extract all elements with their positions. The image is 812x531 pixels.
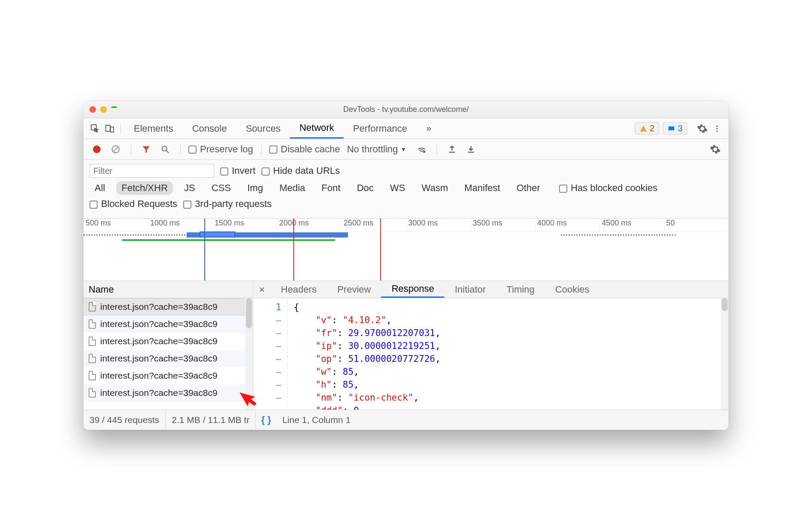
svg-point-5 — [716, 128, 717, 129]
detail-tab-timing[interactable]: Timing — [496, 281, 545, 298]
filter-type-fetch-xhr[interactable]: Fetch/XHR — [116, 181, 173, 195]
timeline-tick: 1500 ms — [212, 219, 277, 231]
request-name: interest.json?cache=39ac8c9 — [100, 302, 218, 312]
request-row[interactable]: interest.json?cache=39ac8c9 — [83, 367, 253, 384]
tab-performance[interactable]: Performance — [344, 118, 417, 139]
filter-type-wasm[interactable]: Wasm — [416, 181, 453, 195]
disable-cache-checkbox[interactable]: Disable cache — [269, 144, 340, 155]
invert-checkbox[interactable]: Invert — [220, 165, 255, 176]
svg-point-11 — [424, 151, 425, 152]
pretty-print-button[interactable]: { } — [256, 414, 276, 426]
request-name: interest.json?cache=39ac8c9 — [100, 370, 218, 381]
blocked-requests-checkbox[interactable]: Blocked Requests — [89, 198, 177, 210]
svg-point-6 — [716, 130, 717, 132]
third-party-checkbox[interactable]: 3rd-party requests — [183, 198, 272, 210]
inspect-element-icon[interactable] — [88, 121, 102, 136]
export-har-icon[interactable] — [464, 142, 478, 157]
devtools-window: DevTools - tv.youtube.com/welcome/ Eleme… — [83, 101, 729, 430]
search-icon[interactable] — [158, 142, 172, 157]
timeline-tick: 2500 ms — [341, 219, 406, 231]
detail-tab-cookies[interactable]: Cookies — [545, 281, 600, 298]
import-har-icon[interactable] — [445, 142, 459, 157]
file-icon — [89, 354, 96, 363]
transfer-size: 2.1 MB / 11.1 MB tr — [166, 410, 256, 430]
timeline-tick: 3000 ms — [406, 219, 471, 231]
timeline-tick: 4500 ms — [600, 219, 664, 231]
filter-input[interactable] — [89, 164, 214, 178]
filter-type-manifest[interactable]: Manifest — [459, 181, 505, 195]
settings-icon[interactable] — [695, 121, 710, 136]
request-count: 39 / 445 requests — [83, 410, 166, 430]
timeline-tick: 500 ms — [83, 219, 148, 231]
response-body: { "v": "4.10.2", "fr": 29.9700012207031,… — [288, 298, 729, 410]
messages-badge[interactable]: 3 — [663, 122, 687, 135]
svg-point-9 — [162, 146, 167, 151]
filter-icon[interactable] — [139, 142, 154, 157]
device-toolbar-icon[interactable] — [102, 121, 117, 136]
network-conditions-icon[interactable] — [414, 142, 429, 157]
tab-console[interactable]: Console — [183, 118, 237, 139]
request-row[interactable]: interest.json?cache=39ac8c9 — [83, 298, 253, 315]
title-bar: DevTools - tv.youtube.com/welcome/ — [83, 101, 729, 118]
timeline-tick: 3500 ms — [471, 219, 535, 231]
timeline-tick: 4000 ms — [535, 219, 600, 231]
network-toolbar: Preserve log Disable cache No throttling… — [83, 139, 729, 160]
record-button[interactable] — [89, 142, 104, 157]
close-icon[interactable]: × — [253, 284, 271, 296]
response-viewer[interactable]: 1–––––––– { "v": "4.10.2", "fr": 29.9700… — [253, 298, 729, 410]
detail-tab-initiator[interactable]: Initiator — [444, 281, 496, 298]
filter-type-css[interactable]: CSS — [206, 181, 236, 195]
svg-rect-2 — [111, 127, 114, 132]
cursor-position: Line 1, Column 1 — [276, 415, 351, 425]
svg-line-8 — [113, 146, 119, 152]
name-column-header[interactable]: Name — [83, 281, 253, 298]
has-blocked-cookies-checkbox[interactable]: Has blocked cookies — [559, 182, 658, 194]
request-row[interactable]: interest.json?cache=39ac8c9 — [83, 315, 253, 333]
detail-tab-response[interactable]: Response — [381, 281, 444, 298]
filter-type-all[interactable]: All — [89, 181, 110, 195]
request-row[interactable]: interest.json?cache=39ac8c9 — [83, 350, 253, 367]
message-icon — [667, 125, 675, 133]
network-settings-icon[interactable] — [708, 142, 723, 157]
request-list[interactable]: interest.json?cache=39ac8c9interest.json… — [83, 298, 253, 410]
request-row[interactable]: interest.json?cache=39ac8c9 — [83, 333, 253, 350]
tab-elements[interactable]: Elements — [124, 118, 183, 139]
svg-point-4 — [716, 125, 717, 127]
filter-bar: Invert Hide data URLs AllFetch/XHRJSCSSI… — [83, 160, 729, 219]
close-window-button[interactable] — [89, 106, 96, 113]
filter-type-media[interactable]: Media — [274, 181, 311, 195]
throttling-select[interactable]: No throttling▼ — [347, 144, 406, 155]
scrollbar[interactable] — [721, 298, 729, 410]
request-name: interest.json?cache=39ac8c9 — [100, 336, 218, 346]
clear-button[interactable] — [108, 142, 123, 157]
warnings-badge[interactable]: 2 — [635, 122, 659, 135]
minimize-window-button[interactable] — [100, 106, 107, 113]
zoom-window-button[interactable] — [111, 106, 117, 108]
svg-rect-3 — [668, 126, 674, 130]
filter-type-font[interactable]: Font — [317, 181, 346, 195]
preserve-log-checkbox[interactable]: Preserve log — [188, 144, 253, 155]
timeline-tick: 50 — [664, 219, 729, 231]
file-icon — [89, 337, 96, 346]
overflow-tabs[interactable]: » — [417, 118, 441, 139]
more-icon[interactable] — [710, 121, 724, 136]
warning-icon — [640, 125, 647, 133]
filter-type-img[interactable]: Img — [242, 181, 268, 195]
hide-data-urls-checkbox[interactable]: Hide data URLs — [261, 165, 340, 176]
request-name: interest.json?cache=39ac8c9 — [100, 388, 218, 398]
svg-rect-1 — [106, 125, 110, 131]
network-split: Name interest.json?cache=39ac8c9interest… — [83, 281, 729, 410]
request-details-panel: × HeadersPreviewResponseInitiatorTimingC… — [253, 281, 729, 410]
overview-timeline[interactable]: 500 ms1000 ms1500 ms2000 ms2500 ms3000 m… — [83, 219, 729, 281]
tab-network[interactable]: Network — [290, 118, 344, 139]
filter-type-js[interactable]: JS — [179, 181, 200, 195]
detail-tab-headers[interactable]: Headers — [271, 281, 327, 298]
tab-sources[interactable]: Sources — [236, 118, 290, 139]
filter-type-doc[interactable]: Doc — [352, 181, 379, 195]
request-row[interactable]: interest.json?cache=39ac8c9 — [83, 384, 253, 401]
detail-tab-preview[interactable]: Preview — [327, 281, 381, 298]
window-title: DevTools - tv.youtube.com/welcome/ — [89, 105, 723, 114]
file-icon — [89, 371, 96, 380]
filter-type-ws[interactable]: WS — [385, 181, 410, 195]
filter-type-other[interactable]: Other — [511, 181, 545, 195]
